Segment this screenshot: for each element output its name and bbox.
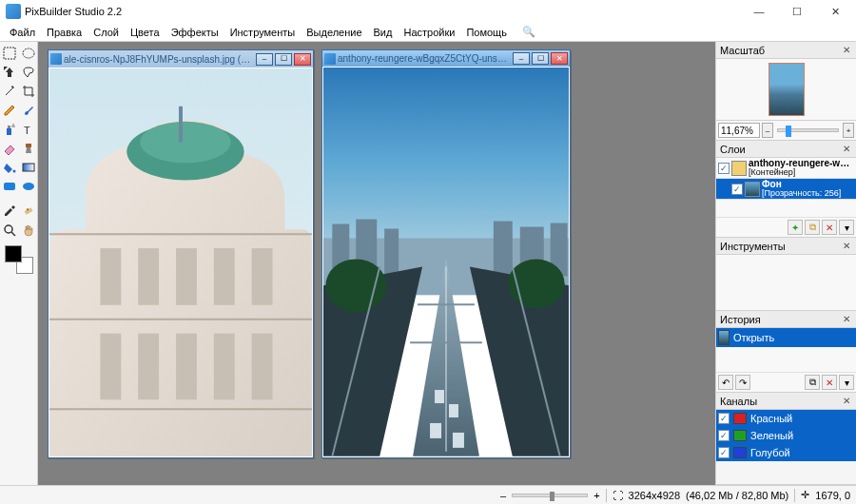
- channel-row[interactable]: ✓ Зеленый: [716, 427, 856, 444]
- svg-rect-28: [252, 334, 273, 400]
- document-canvas-1[interactable]: [49, 68, 313, 457]
- channel-checkbox[interactable]: ✓: [718, 447, 730, 458]
- delete-layer-button[interactable]: ✕: [822, 220, 837, 235]
- scale-preview[interactable]: [716, 59, 856, 120]
- channel-checkbox[interactable]: ✓: [718, 430, 730, 441]
- doc-close-button[interactable]: ✕: [551, 52, 568, 65]
- duplicate-layer-button[interactable]: ⧉: [805, 220, 820, 235]
- tool-rect-select[interactable]: [1, 45, 18, 62]
- canvas-area[interactable]: ale-cisnros-NpJ8FhYUMPs-unsplash.jpg (12…: [38, 42, 715, 485]
- tool-brush[interactable]: [20, 102, 37, 119]
- tool-gradient[interactable]: [20, 159, 37, 176]
- maximize-button[interactable]: ☐: [778, 0, 816, 23]
- panel-close-icon[interactable]: ✕: [841, 45, 852, 56]
- layer-visibility-checkbox[interactable]: ✓: [718, 163, 730, 174]
- status-cursor-icon: ✛: [801, 489, 809, 501]
- panel-close-icon[interactable]: ✕: [841, 241, 852, 252]
- svg-rect-42: [435, 390, 444, 403]
- window-titlebar: PixBuilder Studio 2.2 — ☐ ✕: [0, 0, 856, 23]
- tool-wand[interactable]: [1, 83, 18, 100]
- svg-rect-0: [4, 48, 15, 59]
- scale-input[interactable]: [718, 123, 760, 138]
- history-delete-button[interactable]: ✕: [822, 375, 837, 390]
- tool-heal[interactable]: [20, 203, 37, 220]
- document-canvas-2[interactable]: [322, 67, 570, 457]
- new-layer-button[interactable]: ✦: [788, 220, 803, 235]
- panel-history: История ✕ Открыть ↶ ↷ ⧉ ✕ ▾: [716, 311, 856, 393]
- menu-edit[interactable]: Правка: [41, 25, 88, 40]
- status-cursor: 1679, 0: [815, 490, 850, 501]
- tool-clone[interactable]: [20, 140, 37, 157]
- channel-row[interactable]: ✓ Красный: [716, 410, 856, 427]
- tool-text[interactable]: T: [20, 121, 37, 138]
- tool-spray[interactable]: [1, 121, 18, 138]
- svg-rect-11: [4, 183, 15, 190]
- scale-increase-button[interactable]: +: [843, 123, 854, 138]
- tool-move[interactable]: [1, 64, 18, 81]
- menu-view[interactable]: Вид: [368, 25, 399, 40]
- history-item[interactable]: Открыть: [716, 328, 856, 347]
- status-dimensions-icon: ⛶: [613, 490, 623, 501]
- tool-hand[interactable]: [20, 222, 37, 239]
- history-menu-button[interactable]: ▾: [839, 375, 854, 390]
- doc-maximize-button[interactable]: ☐: [275, 53, 292, 66]
- tool-fill[interactable]: [1, 159, 18, 176]
- document-window-2[interactable]: anthony-reungere-wBgqxZ5CtYQ-unsplash.jp…: [321, 49, 571, 458]
- layer-thumb: [745, 182, 760, 197]
- doc-minimize-button[interactable]: –: [256, 53, 273, 66]
- tool-crop[interactable]: [20, 83, 37, 100]
- menu-help[interactable]: Помощь: [460, 25, 513, 40]
- history-snapshot-button[interactable]: ⧉: [805, 375, 820, 390]
- tool-eraser[interactable]: [1, 140, 18, 157]
- layer-row[interactable]: ✓ anthony-reungere-wB... [Контейнер]: [716, 158, 856, 179]
- tool-ellipse[interactable]: [20, 178, 37, 195]
- panel-close-icon[interactable]: ✕: [841, 396, 852, 407]
- foreground-color-swatch[interactable]: [5, 245, 22, 262]
- tool-pencil[interactable]: [1, 102, 18, 119]
- doc-maximize-button[interactable]: ☐: [532, 52, 549, 65]
- layer-menu-button[interactable]: ▾: [839, 220, 854, 235]
- menu-tools[interactable]: Инструменты: [224, 25, 302, 40]
- history-redo-button[interactable]: ↷: [735, 375, 750, 390]
- menu-colors[interactable]: Цвета: [125, 25, 165, 40]
- doc-close-button[interactable]: ✕: [294, 53, 311, 66]
- minimize-button[interactable]: —: [740, 0, 778, 23]
- color-swatches[interactable]: [5, 245, 33, 274]
- panel-channels: Каналы ✕ ✓ Красный ✓ Зеленый ✓ Голубой: [716, 393, 856, 485]
- scale-slider[interactable]: [777, 128, 839, 132]
- channel-checkbox[interactable]: ✓: [718, 413, 730, 424]
- scale-decrease-button[interactable]: –: [762, 123, 773, 138]
- window-title: PixBuilder Studio 2.2: [25, 6, 740, 17]
- menu-selection[interactable]: Выделение: [301, 25, 367, 40]
- document-window-1[interactable]: ale-cisnros-NpJ8FhYUMPs-unsplash.jpg (12…: [48, 49, 314, 458]
- tool-picker[interactable]: [1, 203, 18, 220]
- tool-ellipse-select[interactable]: [20, 45, 37, 62]
- status-zoom-slider[interactable]: [512, 494, 588, 497]
- panel-close-icon[interactable]: ✕: [841, 144, 852, 155]
- svg-rect-45: [453, 433, 464, 448]
- svg-rect-2: [7, 128, 11, 135]
- layer-row[interactable]: ✓ Фон [Прозрачность: 256]: [716, 179, 856, 200]
- channel-name: Зеленый: [750, 430, 793, 441]
- doc-minimize-button[interactable]: –: [513, 52, 530, 65]
- close-button[interactable]: ✕: [816, 0, 854, 23]
- tool-rect[interactable]: [1, 178, 18, 195]
- menu-effects[interactable]: Эффекты: [165, 25, 224, 40]
- channel-swatch: [733, 447, 747, 458]
- history-undo-button[interactable]: ↶: [718, 375, 733, 390]
- tool-lasso[interactable]: [20, 64, 37, 81]
- document-titlebar-2[interactable]: anthony-reungere-wBgqxZ5CtYQ-unsplash.jp…: [322, 50, 570, 67]
- svg-point-5: [13, 126, 14, 126]
- status-zoom-in-icon[interactable]: +: [593, 490, 599, 501]
- status-zoom-out-icon[interactable]: –: [500, 490, 506, 501]
- channel-row[interactable]: ✓ Голубой: [716, 444, 856, 461]
- tool-zoom[interactable]: [1, 222, 18, 239]
- panel-close-icon[interactable]: ✕: [841, 314, 852, 325]
- menu-file[interactable]: Файл: [4, 25, 41, 40]
- menu-settings[interactable]: Настройки: [398, 25, 460, 40]
- search-icon[interactable]: 🔍: [516, 24, 541, 40]
- menu-layer[interactable]: Слой: [88, 25, 125, 40]
- svg-rect-36: [384, 229, 399, 277]
- layer-visibility-checkbox[interactable]: ✓: [731, 184, 743, 195]
- document-titlebar-1[interactable]: ale-cisnros-NpJ8FhYUMPs-unsplash.jpg (12…: [49, 50, 313, 68]
